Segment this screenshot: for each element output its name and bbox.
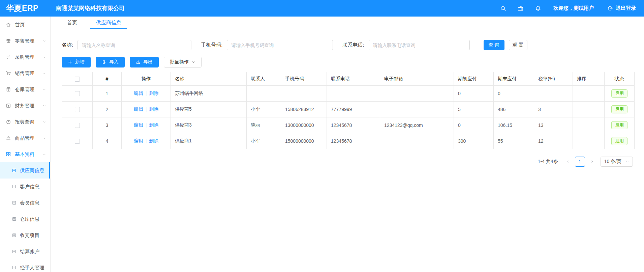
export-button[interactable]: 导出 bbox=[130, 57, 159, 67]
sidebar-item-goods[interactable]: 商品管理 bbox=[0, 130, 50, 146]
import-button[interactable]: 导入 bbox=[96, 57, 125, 67]
doc-icon bbox=[12, 249, 17, 254]
cell-name: 供应商5 bbox=[171, 102, 247, 117]
bell-icon[interactable] bbox=[535, 5, 541, 11]
delete-link[interactable]: 删除 bbox=[149, 90, 158, 96]
bank-icon[interactable] bbox=[518, 5, 524, 11]
sidebar-subitem-depot[interactable]: 仓库信息 bbox=[0, 211, 50, 227]
chevron-down-icon bbox=[42, 39, 46, 43]
column-header-4: 联系人 bbox=[247, 72, 281, 86]
row-checkbox[interactable] bbox=[75, 91, 80, 96]
cell-end: 106.15 bbox=[494, 117, 534, 133]
row-status-cell: 启用 bbox=[605, 117, 635, 133]
sidebar-subitem-label: 收支项目 bbox=[20, 232, 39, 239]
search-button[interactable]: 查 询 bbox=[484, 40, 504, 50]
sidebar: 首页零售管理采购管理销售管理仓库管理财务管理报表查询商品管理基本资料供应商信息客… bbox=[0, 17, 51, 272]
sidebar-subitem-inout[interactable]: 收支项目 bbox=[0, 227, 50, 243]
select-all-checkbox[interactable] bbox=[75, 77, 80, 82]
tab-home[interactable]: 首页 bbox=[60, 17, 84, 29]
cell-tel: 12345678 bbox=[327, 117, 380, 133]
filter-row: 名称:手机号码:联系电话: 查 询 重 置 bbox=[62, 40, 633, 50]
sidebar-item-purchase[interactable]: 采购管理 bbox=[0, 49, 50, 65]
page-size-value: 10 条/页 bbox=[604, 159, 621, 165]
edit-link[interactable]: 编辑 bbox=[134, 106, 143, 112]
sidebar-item-retail[interactable]: 零售管理 bbox=[0, 33, 50, 49]
search-icon[interactable] bbox=[500, 5, 506, 11]
edit-link[interactable]: 编辑 bbox=[134, 138, 143, 143]
cell-email: 1234123@qq.com bbox=[380, 117, 454, 133]
row-checkbox-cell bbox=[62, 117, 93, 133]
sidebar-subitem-customer[interactable]: 客户信息 bbox=[0, 179, 50, 195]
basic-icon bbox=[6, 152, 11, 157]
row-index-cell: 3 bbox=[93, 117, 122, 133]
action-divider: | bbox=[146, 138, 147, 143]
pagination-prev-button[interactable] bbox=[563, 157, 572, 167]
cell-end: 0 bbox=[494, 86, 534, 102]
topbar-right: 欢迎您，测试用户 退出登录 bbox=[489, 5, 644, 11]
row-checkbox[interactable] bbox=[75, 107, 80, 112]
pagination-page-1[interactable]: 1 bbox=[575, 157, 585, 167]
batch-button[interactable]: 批量操作 bbox=[164, 57, 202, 67]
column-header-2: 操作 bbox=[122, 72, 171, 86]
chevron-down-icon bbox=[42, 136, 46, 140]
sidebar-item-label: 销售管理 bbox=[15, 70, 34, 77]
add-button[interactable]: 新增 bbox=[62, 57, 91, 67]
cell-contact: 晓丽 bbox=[247, 117, 281, 133]
cell-sort bbox=[573, 133, 605, 149]
filter-input-phone[interactable] bbox=[227, 40, 333, 50]
filter-input-name[interactable] bbox=[78, 40, 191, 50]
sidebar-item-basic[interactable]: 基本资料 bbox=[0, 146, 50, 162]
row-actions-cell: 编辑|删除 bbox=[122, 133, 171, 149]
cell-name: 苏州蜗牛网络 bbox=[171, 86, 247, 102]
sidebar-item-report[interactable]: 报表查询 bbox=[0, 114, 50, 130]
filter-input-tel[interactable] bbox=[369, 40, 470, 50]
cell-name: 供应商1 bbox=[171, 133, 247, 149]
cell-sort bbox=[573, 86, 605, 102]
delete-link[interactable]: 删除 bbox=[149, 122, 158, 128]
page-size-select[interactable]: 10 条/页 bbox=[601, 157, 633, 167]
cell-phone: 13000000000 bbox=[281, 117, 327, 133]
sidebar-subitem-handler[interactable]: 经手人管理 bbox=[0, 260, 50, 272]
sidebar-subitem-member[interactable]: 会员信息 bbox=[0, 195, 50, 211]
reset-button[interactable]: 重 置 bbox=[509, 40, 527, 50]
row-actions-cell: 编辑|删除 bbox=[122, 86, 171, 102]
logout-button[interactable]: 退出登录 bbox=[607, 5, 636, 11]
cell-email bbox=[380, 86, 454, 102]
column-header-6: 联系电话 bbox=[327, 72, 380, 86]
filter-name: 名称: bbox=[62, 40, 191, 50]
cell-phone: 15000000000 bbox=[281, 133, 327, 149]
sidebar-subitem-account[interactable]: 结算账户 bbox=[0, 243, 50, 260]
sidebar-item-finance[interactable]: 财务管理 bbox=[0, 98, 50, 114]
tabbar: 首页供应商信息 bbox=[51, 17, 644, 29]
row-checkbox-cell bbox=[62, 133, 93, 149]
edit-link[interactable]: 编辑 bbox=[134, 122, 143, 128]
pagination-next-button[interactable] bbox=[588, 157, 596, 167]
retail-icon bbox=[6, 38, 11, 44]
sidebar-subitem-label: 结算账户 bbox=[20, 248, 39, 255]
cell-tel bbox=[327, 86, 380, 102]
sidebar-item-home[interactable]: 首页 bbox=[0, 17, 50, 33]
cell-tax: 12 bbox=[534, 133, 573, 149]
delete-link[interactable]: 删除 bbox=[149, 106, 158, 112]
chevron-down-icon bbox=[42, 120, 46, 124]
row-checkbox[interactable] bbox=[75, 139, 80, 144]
row-checkbox[interactable] bbox=[75, 123, 80, 128]
doc-icon bbox=[12, 217, 17, 221]
tab-supplier[interactable]: 供应商信息 bbox=[89, 17, 128, 29]
delete-link[interactable]: 删除 bbox=[149, 138, 158, 143]
column-header-5: 手机号码 bbox=[281, 72, 327, 86]
welcome-text: 欢迎您，测试用户 bbox=[553, 5, 594, 11]
cell-contact bbox=[247, 86, 281, 102]
sidebar-item-warehouse[interactable]: 仓库管理 bbox=[0, 81, 50, 98]
row-actions-cell: 编辑|删除 bbox=[122, 117, 171, 133]
sidebar-item-sales[interactable]: 销售管理 bbox=[0, 65, 50, 81]
sidebar-subitem-label: 仓库信息 bbox=[20, 216, 39, 222]
cell-tel: 12345678 bbox=[327, 133, 380, 149]
sidebar-subitem-label: 经手人管理 bbox=[20, 265, 44, 271]
sidebar-item-label: 零售管理 bbox=[15, 38, 34, 44]
cell-begin: 5 bbox=[454, 102, 494, 117]
sidebar-subitem-supplier[interactable]: 供应商信息 bbox=[0, 162, 50, 179]
cell-phone: 15806283912 bbox=[281, 102, 327, 117]
cell-begin: 0 bbox=[454, 117, 494, 133]
edit-link[interactable]: 编辑 bbox=[134, 90, 143, 96]
